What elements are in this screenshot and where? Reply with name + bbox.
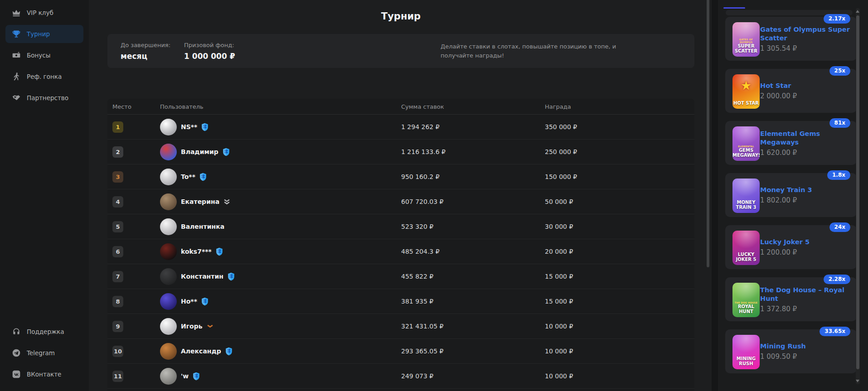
thumb-shine (732, 283, 760, 304)
sidebar-item-tournament[interactable]: Турнир (5, 25, 83, 43)
game-thumb: THE DOG HOUSEROYALHUNT (732, 283, 760, 317)
prize-fund-block: Призовой фонд: 1 000 000 ₽ (184, 42, 235, 61)
user-cell: Екатерина (160, 193, 401, 210)
thumb-big-label: MEGAWAYS (732, 153, 760, 158)
win-card-elemental-gems-megaways[interactable]: 81xELEMENTALGEMSMEGAWAYSElemental Gems M… (725, 121, 857, 165)
sidebar-item-label: Telegram (27, 349, 55, 357)
scroll-down-icon[interactable] (856, 380, 859, 382)
table-row: 11'w249 073 ₽10 000 ₽ (107, 364, 694, 389)
bets-cell: 523 320 ₽ (401, 223, 545, 230)
leaderboard-header: Место Пользователь Сумма ставок Награда (107, 99, 694, 115)
avatar (160, 218, 177, 235)
sidebar-item-vk[interactable]: ВКонтакте (5, 365, 83, 383)
win-text: The Dog House – Royal Hunt1 372.80 ₽ (760, 277, 852, 321)
win-card-money-train-3[interactable]: 1.8xMONEYTRAIN 3Money Train 31 802.00 ₽ (725, 173, 857, 217)
username: To** (181, 173, 195, 180)
table-row: 8Но**381 935 ₽15 000 ₽ (107, 289, 694, 314)
sidebar-item-ref-race[interactable]: Реф. гонка (5, 68, 83, 86)
table-row: 10Александр293 365.05 ₽10 000 ₽ (107, 339, 694, 364)
username: Александр (181, 348, 221, 355)
sidebar-nav: VIP клубТурнирБонусыРеф. гонкаПартнерств… (0, 0, 89, 107)
win-card-hot-star[interactable]: 25x★HOT STARHot Star2 000.00 ₽ (725, 69, 857, 113)
username: NS** (181, 123, 197, 130)
bets-cell: 381 935 ₽ (401, 298, 545, 305)
tournament-banner: До завершения: месяц Призовой фонд: 1 00… (107, 34, 694, 68)
win-amount: 1 009.50 ₽ (760, 352, 852, 361)
panel-scrollbar[interactable] (856, 8, 860, 384)
panel-scrollbar-thumb[interactable] (856, 15, 859, 369)
scroll-up-icon[interactable] (856, 10, 859, 13)
reward-cell: 30 000 ₽ (545, 223, 694, 230)
game-title: Money Train 3 (760, 186, 852, 194)
leaderboard: Место Пользователь Сумма ставок Награда … (107, 99, 694, 391)
time-left-label: До завершения: (121, 42, 170, 48)
user-cell: Игорь (160, 318, 401, 335)
sidebar-item-vip-club[interactable]: VIP клуб (5, 4, 83, 22)
thumb-text: HOT STAR (732, 101, 760, 109)
table-row: 1NS**1 294 262 ₽350 000 ₽ (107, 115, 694, 140)
sidebar-item-partnership[interactable]: Партнерство (5, 89, 83, 107)
vk-icon (12, 370, 21, 379)
win-amount: 1 372.80 ₽ (760, 305, 852, 313)
bonus-icon (12, 51, 21, 60)
table-row: 6koks7***485 204.3 ₽20 000 ₽ (107, 239, 694, 264)
place-badge: 9 (112, 321, 123, 332)
place-cell: 7 (112, 271, 160, 282)
leaderboard-rows: 1NS**1 294 262 ₽350 000 ₽2Владимир1 216 … (107, 115, 694, 389)
thumb-text: GATES OF OLYMPUSSUPERSCATTER (732, 38, 760, 57)
vip-badge-icon (193, 372, 200, 381)
bets-cell: 321 431.05 ₽ (401, 323, 545, 330)
win-card-mining-rush[interactable]: 33.65xMININGRUSHMining Rush1 009.50 ₽ (725, 329, 857, 373)
place-cell: 8 (112, 296, 160, 307)
bets-cell: 249 073 ₽ (401, 372, 545, 380)
sidebar-item-telegram[interactable]: Telegram (5, 344, 83, 362)
thumb-text: MONEYTRAIN 3 (732, 200, 760, 213)
sidebar-item-label: VIP клуб (27, 9, 53, 16)
win-card-gates-of-olympus-super-scatter[interactable]: 2.17xGATES OF OLYMPUSSUPERSCATTERGates o… (725, 17, 857, 61)
thumb-big-label: HOT STAR (732, 101, 760, 106)
sidebar-item-label: Бонусы (27, 52, 50, 59)
thumb-big-label: RUSH (732, 361, 760, 366)
telegram-icon (12, 348, 21, 357)
place-badge: 6 (112, 246, 123, 257)
sidebar-item-bonuses[interactable]: Бонусы (5, 46, 83, 64)
user-cell: Константин (160, 268, 401, 285)
thumb-text: THE DOG HOUSEROYALHUNT (732, 301, 760, 317)
avatar (160, 268, 177, 285)
trophy-icon (12, 29, 21, 39)
reward-cell: 15 000 ₽ (545, 298, 694, 305)
game-title: Mining Rush (760, 342, 852, 351)
thumb-big-label: TRAIN 3 (732, 205, 760, 210)
main-scrollbar[interactable] (707, 0, 709, 267)
thumb-shine (732, 335, 760, 356)
thumb-big-label: SUPER (732, 43, 760, 48)
wins-panel: 2.17xGATES OF OLYMPUSSUPERSCATTERGates o… (718, 0, 868, 391)
thumb-text: LUCKYJOKER 5 (732, 252, 760, 265)
table-row: 4Екатерина607 720.03 ₽50 000 ₽ (107, 189, 694, 214)
vip-badge-icon (228, 272, 235, 281)
chevron-silver-icon (223, 199, 230, 205)
reward-cell: 10 000 ₽ (545, 372, 694, 380)
place-badge: 3 (112, 171, 123, 183)
user-cell: Владимир (160, 144, 401, 160)
thumb-text: ELEMENTALGEMSMEGAWAYS (732, 145, 760, 161)
table-row: 5Валентинка523 320 ₽30 000 ₽ (107, 214, 694, 239)
game-thumb: MININGRUSH (732, 335, 760, 369)
sidebar-item-label: Поддержка (27, 328, 64, 335)
place-badge: 10 (112, 346, 123, 357)
sidebar-item-support[interactable]: Поддержка (5, 323, 83, 341)
win-card-the-dog-house-royal-hunt[interactable]: 2.28xTHE DOG HOUSEROYALHUNTThe Dog House… (725, 277, 857, 321)
vip-badge-icon (216, 247, 223, 256)
game-thumb: GATES OF OLYMPUSSUPERSCATTER (732, 22, 760, 57)
user-cell: NS** (160, 119, 401, 135)
sidebar-item-label: Реф. гонка (27, 73, 62, 80)
win-text: Elemental Gems Megaways1 620.00 ₽ (760, 121, 852, 165)
win-card-lucky-joker-5[interactable]: 24xLUCKYJOKER 5Lucky Joker 51 200.00 ₽ (725, 225, 857, 269)
chevron-bronze-icon (207, 323, 213, 329)
thumb-small-label: GATES OF OLYMPUS (732, 38, 760, 43)
thumb-big-label: GEMS (732, 148, 760, 153)
vip-badge-icon (199, 173, 207, 181)
avatar (160, 318, 177, 335)
place-cell: 11 (112, 371, 160, 382)
bets-cell: 455 822 ₽ (401, 273, 545, 280)
